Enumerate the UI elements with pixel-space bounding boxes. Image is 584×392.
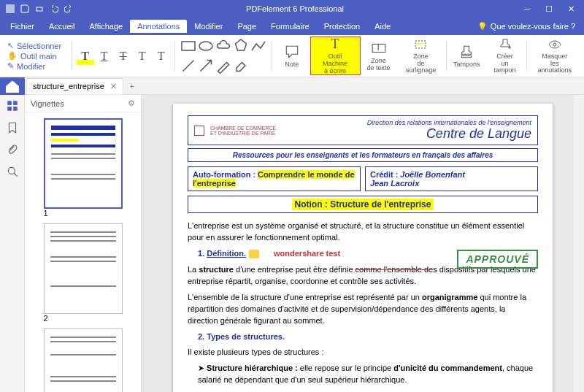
- menu-bar: Fichier Accueil Affichage Annotations Mo…: [0, 18, 584, 35]
- edit-tool[interactable]: ✎Modifier: [7, 61, 66, 71]
- menu-modifier[interactable]: Modifier: [187, 20, 230, 33]
- line-icon[interactable]: [180, 57, 197, 74]
- menu-fichier[interactable]: Fichier: [3, 20, 42, 33]
- squiggly-icon[interactable]: T: [134, 47, 151, 65]
- title-bar: PDFelement 6 Professional ─ ☐ ✕: [0, 0, 584, 18]
- svg-text:T: T: [375, 42, 381, 53]
- menu-annotations[interactable]: Annotations: [130, 20, 187, 33]
- cloud-icon[interactable]: [215, 37, 232, 55]
- help-search[interactable]: 💡 Que voulez-vous faire ?: [472, 22, 581, 31]
- pencil-draw-icon[interactable]: [215, 57, 232, 74]
- pencil-icon: ✎: [7, 61, 14, 71]
- hide-annotations-button[interactable]: Masquer les annotations: [529, 36, 581, 75]
- maximize-button[interactable]: ☐: [539, 1, 559, 16]
- cursor-icon: ↖: [7, 41, 14, 50]
- tab-close-icon[interactable]: ✕: [110, 82, 117, 91]
- svg-point-13: [8, 167, 15, 174]
- menu-page[interactable]: Page: [230, 20, 264, 33]
- svg-rect-2: [182, 42, 195, 50]
- area-highlight-button[interactable]: Zone de surlignage: [397, 36, 445, 75]
- strikeout-annotation[interactable]: comme l'ensemble de: [356, 265, 434, 274]
- hand-tool[interactable]: ✋Outil main: [7, 51, 66, 61]
- thumbnail-page-1[interactable]: [44, 118, 123, 209]
- oval-icon[interactable]: [197, 37, 215, 55]
- close-button[interactable]: ✕: [561, 1, 581, 16]
- underline-icon[interactable]: T: [96, 47, 113, 65]
- save-icon[interactable]: [20, 4, 29, 13]
- textbox-icon: T: [371, 40, 387, 56]
- menu-accueil[interactable]: Accueil: [42, 20, 82, 33]
- typewriter-annotation[interactable]: wondershare test: [274, 249, 340, 258]
- polygon-icon[interactable]: [232, 37, 250, 55]
- home-tab[interactable]: [0, 77, 25, 95]
- svg-point-8: [553, 43, 556, 46]
- typewriter-button[interactable]: TOutil Machine à écrire: [310, 36, 361, 75]
- svg-rect-9: [7, 101, 12, 105]
- note-icon: [284, 44, 300, 60]
- stamps-button[interactable]: Tampons: [448, 36, 485, 75]
- page-content: CHAMBRE DE COMMERCE ET D'INDUSTRIE DE PA…: [173, 104, 553, 392]
- gear-icon[interactable]: ⚙: [128, 99, 135, 108]
- attachments-icon[interactable]: [6, 143, 19, 156]
- svg-rect-12: [13, 107, 18, 111]
- side-toolbar: [0, 95, 25, 392]
- thumbnails-panel: Vignettes⚙ 1 2 3: [25, 95, 142, 392]
- redo-icon[interactable]: [64, 4, 73, 13]
- app-icon: [6, 4, 15, 13]
- menu-formulaire[interactable]: Formulaire: [264, 20, 317, 33]
- stamp-icon: [458, 44, 474, 60]
- thumbnail-page-2[interactable]: [44, 223, 123, 314]
- arrow-icon[interactable]: [197, 57, 215, 74]
- svg-rect-11: [7, 107, 12, 111]
- area-highlight-icon: [413, 37, 428, 52]
- highlight-text-icon[interactable]: T: [77, 47, 94, 65]
- menu-affichage[interactable]: Affichage: [82, 20, 130, 33]
- bulb-icon: 💡: [477, 22, 488, 31]
- menu-aide[interactable]: Aide: [367, 20, 398, 33]
- vertical-scrollbar[interactable]: [574, 95, 584, 392]
- document-tab[interactable]: structure_entreprise✕: [26, 78, 123, 94]
- document-view[interactable]: CHAMBRE DE COMMERCE ET D'INDUSTRIE DE PA…: [142, 95, 584, 392]
- create-stamp-button[interactable]: Créer un tampon: [485, 36, 524, 75]
- thumbnail-page-3[interactable]: [44, 328, 123, 392]
- svg-rect-1: [36, 7, 42, 11]
- select-tool[interactable]: ↖Sélectionner: [7, 41, 66, 50]
- note-button[interactable]: Note: [274, 36, 310, 75]
- ribbon: ↖Sélectionner ✋Outil main ✎Modifier T T …: [0, 35, 584, 77]
- search-icon[interactable]: [6, 165, 19, 178]
- svg-point-3: [199, 42, 212, 50]
- thumbnails-title: Vignettes: [31, 99, 64, 108]
- svg-rect-0: [6, 4, 15, 13]
- caret-icon[interactable]: T: [153, 47, 170, 65]
- print-icon[interactable]: [35, 4, 44, 13]
- definition-link[interactable]: Définition.: [207, 249, 246, 258]
- cci-logo: [194, 126, 204, 136]
- undo-icon[interactable]: [50, 4, 58, 13]
- rectangle-icon[interactable]: [180, 37, 197, 55]
- typewriter-icon: T: [331, 36, 339, 52]
- thumbnails-icon[interactable]: [6, 99, 19, 112]
- svg-rect-10: [13, 101, 18, 105]
- textbox-button[interactable]: TZone de texte: [361, 36, 397, 75]
- hand-icon: ✋: [7, 51, 18, 61]
- create-stamp-icon: [498, 37, 512, 52]
- sticky-note-icon[interactable]: [249, 250, 259, 258]
- bookmarks-icon[interactable]: [6, 121, 19, 134]
- minimize-button[interactable]: ─: [517, 1, 537, 16]
- menu-protection[interactable]: Protection: [317, 20, 368, 33]
- app-title: PDFelement 6 Professional: [73, 4, 517, 13]
- eraser-icon[interactable]: [232, 57, 250, 74]
- strikeout-icon[interactable]: T: [115, 47, 132, 65]
- approved-stamp[interactable]: APPROUVÉ: [457, 250, 538, 269]
- new-tab-button[interactable]: +: [123, 77, 141, 95]
- eye-off-icon: [548, 37, 562, 52]
- connected-lines-icon[interactable]: [250, 37, 267, 55]
- document-tabs: structure_entreprise✕ +: [0, 77, 584, 95]
- svg-rect-7: [417, 43, 423, 45]
